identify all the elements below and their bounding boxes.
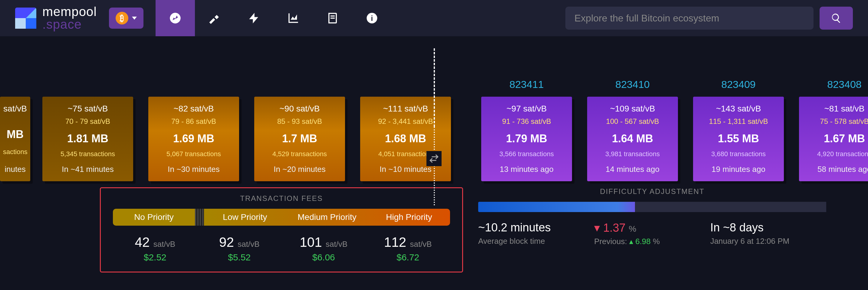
fee-usd: $6.72 [366,252,451,262]
avg-time-label: Average block time [478,237,594,246]
change-pct: % [629,224,636,233]
difficulty-panel: DIFFICULTY ADJUSTMENT ~10.2 minutes Aver… [478,187,826,273]
fee-sat: 101 [300,235,322,250]
fee-tab-spacer [195,209,204,226]
fees-title: TRANSACTION FEES [113,194,450,203]
block-fee: ~109 sat/vB [593,104,672,114]
tab-mining[interactable] [195,0,234,36]
logo[interactable]: mempool .space [15,5,97,31]
transaction-fees-panel: TRANSACTION FEES No Priority Low Priorit… [100,187,463,273]
logo-line2: .space [42,18,97,31]
block-fee: ~81 sat/vB [805,104,868,114]
search-icon [831,13,842,24]
search-input[interactable] [565,7,813,30]
block-size: 1.69 MB [154,132,233,145]
mined-block[interactable]: 823408 ~81 sat/vB 75 - 578 sat/vB 1.67 M… [796,78,868,181]
logo-line1: mempool [42,5,97,18]
mined-side: 823411 ~97 sat/vB 91 - 736 sat/vB 1.79 M… [466,48,868,181]
block-time: 14 minutes ago [593,165,672,174]
block-fee-range: 79 - 86 sat/vB [154,117,233,126]
fee-priority-tabs: No Priority Low Priority Medium Priority… [113,209,450,226]
block-fee-range: 75 - 578 sat/vB [805,117,868,126]
block-height[interactable]: 823408 [827,78,861,90]
block-fee-range: 115 - 1,311 sat/vB [699,117,778,126]
pending-block[interactable]: ~75 sat/vB 70 - 79 sat/vB 1.81 MB 5,345 … [39,78,136,181]
mined-block[interactable]: 823410 ~109 sat/vB 100 - 567 sat/vB 1.64… [584,78,681,181]
difficulty-stats: ~10.2 minutes Average block time ▾ 1.37 … [478,221,826,246]
block-fee: ~111 sat/vB [366,104,445,114]
swap-icon[interactable] [427,151,441,166]
block-size: 1.55 MB [699,132,778,145]
fee-value-med: 101 sat/vB $6.06 [281,235,366,262]
svg-text:i: i [371,14,373,22]
nav-tabs: i [156,0,392,36]
block-size: 1.67 MB [805,132,868,145]
block-size: 1.7 MB [260,132,339,145]
difficulty-progress-bar [478,202,826,212]
logo-text: mempool .space [42,5,97,31]
fee-tab-no-priority[interactable]: No Priority [113,209,195,226]
block-height[interactable]: 823411 [509,78,544,90]
block-fee: ~97 sat/vB [487,104,566,114]
tab-docs[interactable] [313,0,352,36]
next-date: January 6 at 12:06 PM [710,237,826,246]
fee-value-no: 42 sat/vB $2.52 [113,235,197,262]
block-fee-range: 100 - 567 sat/vB [593,117,672,126]
tab-graphs[interactable] [274,0,313,36]
navbar: mempool .space ₿ i [0,0,868,36]
chain-divider [434,48,434,206]
pending-block[interactable]: ~90 sat/vB 85 - 93 sat/vB 1.7 MB 4,529 t… [251,78,348,181]
fee-sat: 92 [219,235,234,250]
block-time: inutes [3,165,27,174]
block-fee: ~75 sat/vB [49,104,127,114]
next-value: In ~8 days [710,221,826,234]
block-time: 19 minutes ago [699,165,778,174]
fee-sat: 42 [135,235,150,250]
fee-tab-low[interactable]: Low Priority [204,209,286,226]
block-fee: ~143 sat/vB [699,104,778,114]
difficulty-title: DIFFICULTY ADJUSTMENT [478,187,826,196]
block-height[interactable]: 823409 [721,78,755,90]
block-height[interactable]: 823410 [615,78,650,90]
book-icon [326,12,339,25]
block-tx-count: 3,680 transactions [699,150,778,158]
fee-tab-high[interactable]: High Priority [368,209,450,226]
fee-tab-medium[interactable]: Medium Priority [286,209,368,226]
chart-icon [287,12,300,25]
hammer-icon [208,12,221,25]
search-area [565,7,853,30]
block-time: In ~30 minutes [154,165,233,174]
prev-value: 6.98 [635,237,651,246]
search-button[interactable] [819,7,853,30]
avg-time-value: ~10.2 minutes [478,221,594,234]
block-time: In ~41 minutes [49,165,127,174]
block-size: 1.64 MB [593,132,672,145]
fee-unit: sat/vB [238,240,259,249]
fee-values-row: 42 sat/vB $2.52 92 sat/vB $5.52 101 sat/… [113,235,450,262]
block-fee-range: 85 - 93 sat/vB [260,117,339,126]
fee-usd: $2.52 [113,252,197,262]
block-fee: ~90 sat/vB [260,104,339,114]
block-fee-range: 92 - 3,441 sat/vB [366,117,445,126]
dashboard-icon [169,12,182,25]
pending-block-partial[interactable]: sat/vB MB sactions inutes [0,78,30,181]
block-tx-count: 3,566 transactions [487,150,566,158]
mempool-side: sat/vB MB sactions inutes ~75 sat/vB 70 … [0,48,466,181]
change-value: 1.37 [603,221,626,234]
block-fee-range: 70 - 79 sat/vB [49,117,127,126]
fee-usd: $5.52 [197,252,282,262]
pending-block[interactable]: ~82 sat/vB 79 - 86 sat/vB 1.69 MB 5,067 … [145,78,242,181]
prev-label: Previous: [594,237,627,246]
block-tx-count: 4,920 transactions [805,150,868,158]
block-fee: sat/vB [3,104,27,114]
block-fee-range: 91 - 736 sat/vB [487,117,566,126]
mined-block[interactable]: 823411 ~97 sat/vB 91 - 736 sat/vB 1.79 M… [478,78,575,181]
network-selector[interactable]: ₿ [109,7,144,29]
block-time: In ~20 minutes [260,165,339,174]
tab-lightning[interactable] [234,0,274,36]
tab-dashboard[interactable] [156,0,195,36]
block-time: 58 minutes ago [805,165,868,174]
mined-block[interactable]: 823409 ~143 sat/vB 115 - 1,311 sat/vB 1.… [690,78,787,181]
tab-about[interactable]: i [352,0,392,36]
block-tx-count: sactions [3,148,27,156]
